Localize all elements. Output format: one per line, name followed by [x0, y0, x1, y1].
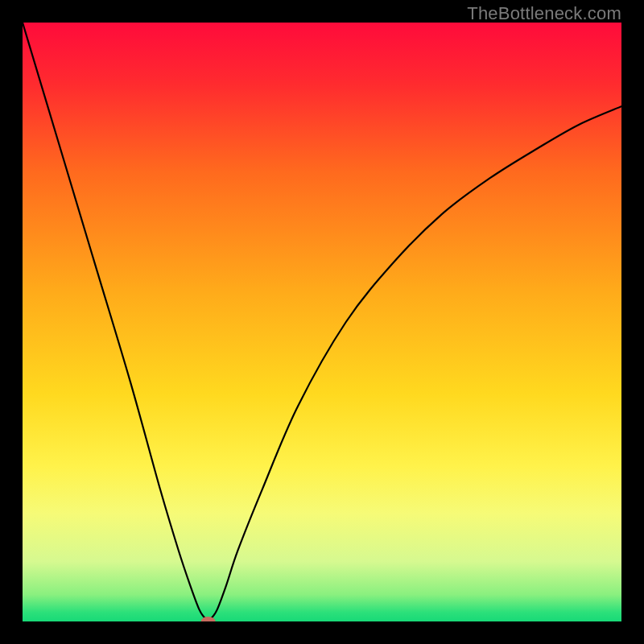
chart-frame	[23, 23, 621, 621]
bottleneck-chart	[23, 23, 621, 621]
watermark-text: TheBottleneck.com	[467, 3, 621, 24]
